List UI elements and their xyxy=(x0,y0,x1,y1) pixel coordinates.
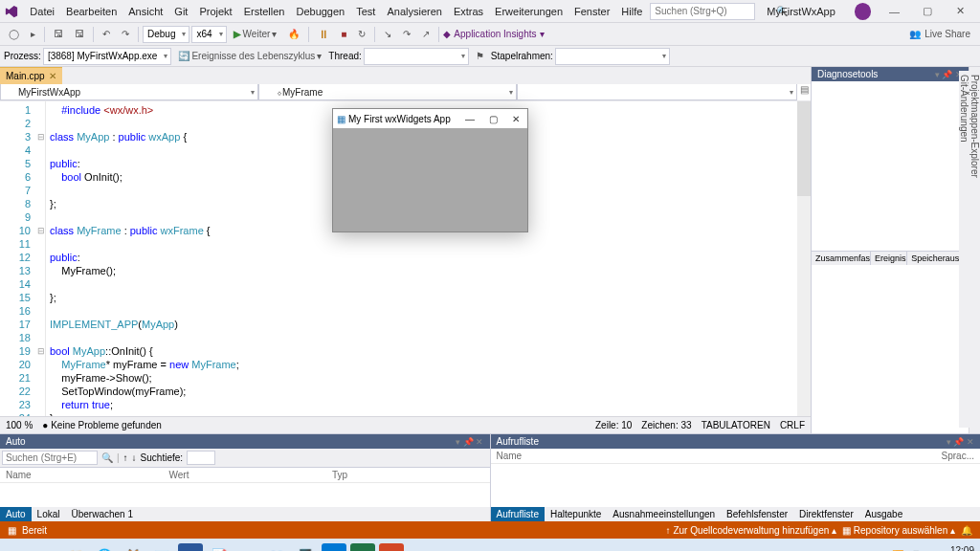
issues-status[interactable]: ● Keine Probleme gefunden xyxy=(42,420,161,430)
file-tab[interactable]: Main.cpp ✕ xyxy=(0,67,62,84)
mail-icon[interactable]: ✉️ xyxy=(149,543,174,552)
notes-icon[interactable]: 📝 xyxy=(207,543,232,552)
lifecycle-events[interactable]: 🔄 Ereignisse des Lebenszyklus ▾ xyxy=(173,49,326,63)
diagnostics-header[interactable]: Diagnosetools▾ 📌 ✕ xyxy=(812,67,969,81)
step-over-icon[interactable]: ↷ xyxy=(398,27,415,41)
window-minimize[interactable]: — xyxy=(879,1,910,22)
menu-fenster[interactable]: Fenster xyxy=(568,4,615,19)
indent-mode[interactable]: TABULATOREN xyxy=(702,420,770,430)
autos-tab[interactable]: Lokal xyxy=(32,507,66,521)
autos-tab[interactable]: Überwachen 1 xyxy=(65,507,138,521)
bottom-tab[interactable]: Ausnahmeeinstellungen xyxy=(607,507,721,521)
bottom-tab[interactable]: Haltepunkte xyxy=(545,507,607,521)
bottom-tab[interactable]: Befehlsfenster xyxy=(721,507,793,521)
powerpoint-icon[interactable]: P xyxy=(379,543,404,552)
todo-icon[interactable]: ✓ xyxy=(235,543,260,552)
word-icon[interactable]: W xyxy=(178,543,203,552)
menu-analysieren[interactable]: Analysieren xyxy=(381,4,447,19)
nav-down-icon[interactable]: ↓ xyxy=(132,452,137,463)
menu-projekt[interactable]: Projekt xyxy=(193,4,237,19)
scope-member[interactable] xyxy=(517,84,797,100)
continue-button[interactable]: ▶ Weiter ▾ xyxy=(229,27,282,41)
outlook-icon[interactable]: O xyxy=(322,543,346,552)
close-icon[interactable]: ✕ xyxy=(49,71,56,81)
bottom-tab[interactable]: Ausgabe xyxy=(859,507,908,521)
bottom-tab[interactable]: Aufrufliste xyxy=(491,507,545,521)
app-titlebar[interactable]: ▦ My First wxWidgets App — ▢ ✕ xyxy=(333,109,527,128)
teams-icon[interactable]: 👥 xyxy=(264,543,289,552)
split-icon[interactable]: ▤ xyxy=(797,84,811,100)
edge-icon[interactable]: 🌐 xyxy=(92,543,117,552)
app-close[interactable]: ✕ xyxy=(504,114,527,124)
diag-tab[interactable]: Zusammenfassung xyxy=(812,252,871,265)
stackframe-combo[interactable] xyxy=(555,48,670,65)
explorer-icon[interactable]: 📁 xyxy=(63,543,88,552)
menu-test[interactable]: Test xyxy=(350,4,381,19)
menu-bearbeiten[interactable]: Bearbeiten xyxy=(60,4,122,19)
app-minimize[interactable]: — xyxy=(458,114,481,124)
scope-class[interactable]: ⬨ MyFrame xyxy=(258,84,517,100)
menu-extras[interactable]: Extras xyxy=(448,4,489,19)
menu-git[interactable]: Git xyxy=(168,4,193,19)
account-avatar[interactable] xyxy=(855,3,871,20)
nav-back-icon[interactable]: ◯ xyxy=(4,27,24,41)
running-app-icon[interactable]: ▭ xyxy=(436,543,461,552)
config-combo[interactable]: Debug xyxy=(143,26,189,43)
remote-icon[interactable]: 🖥️ xyxy=(293,543,318,552)
eol-mode[interactable]: CRLF xyxy=(780,420,805,430)
step-out-icon[interactable]: ↗ xyxy=(417,27,434,41)
solution-explorer-tab[interactable]: Projektmappen-Explorer xyxy=(969,71,980,428)
step-into-icon[interactable]: ↘ xyxy=(379,27,396,41)
zoom-level[interactable]: 100 % xyxy=(6,420,33,430)
running-app-window[interactable]: ▦ My First wxWidgets App — ▢ ✕ xyxy=(332,108,528,232)
window-close[interactable]: ✕ xyxy=(945,1,976,22)
depth-input[interactable] xyxy=(187,451,215,465)
nav-fwd-icon[interactable]: ▸ xyxy=(26,27,40,41)
app-maximize[interactable]: ▢ xyxy=(481,114,504,124)
select-repo[interactable]: ▦ Repository auswählen ▴ xyxy=(842,525,955,536)
save-all-icon[interactable]: 🖫 xyxy=(70,27,89,41)
undo-icon[interactable]: ↶ xyxy=(98,27,115,41)
platform-combo[interactable]: x64 xyxy=(191,26,226,43)
save-icon[interactable]: 🖫 xyxy=(49,27,68,41)
diag-tab[interactable]: Ereignisse xyxy=(871,252,907,265)
add-source-control[interactable]: ↑ Zur Quellcodeverwaltung hinzufügen ▴ xyxy=(666,525,836,536)
window-maximize[interactable]: ▢ xyxy=(912,1,944,22)
menu-hilfe[interactable]: Hilfe xyxy=(615,4,648,19)
restart-icon[interactable]: ↻ xyxy=(353,27,370,41)
ready-label: Bereit xyxy=(22,525,47,536)
pause-icon[interactable]: ⏸ xyxy=(313,26,334,43)
scope-project[interactable]: MyFirstWxApp xyxy=(0,84,258,100)
redo-icon[interactable]: ↷ xyxy=(117,27,134,41)
process-combo[interactable]: [3868] MyFirstWxApp.exe xyxy=(43,48,171,65)
callstack-header[interactable]: Aufrufliste▾ 📌 ✕ xyxy=(491,434,981,449)
flag-icon[interactable]: ⚑ xyxy=(471,49,489,63)
bottom-tab[interactable]: Direktfenster xyxy=(793,507,859,521)
git-changes-tab[interactable]: Git-Änderungen xyxy=(959,71,969,428)
vs-icon[interactable]: ◆ xyxy=(408,543,433,552)
menu-ansicht[interactable]: Ansicht xyxy=(122,4,168,19)
nav-up-icon[interactable]: ↑ xyxy=(123,452,128,463)
system-tray[interactable]: ＾ 📶 🔊 12:09 11.10.2022 xyxy=(877,545,974,552)
task-view-icon[interactable]: ▣ xyxy=(34,543,59,552)
notifications-icon[interactable]: 🔔 xyxy=(961,525,972,536)
fold-gutter[interactable]: ⊟⊟⊟⊟ xyxy=(36,101,46,416)
autos-search-input[interactable] xyxy=(2,451,98,465)
start-icon[interactable]: ⊞ xyxy=(6,543,31,552)
global-search[interactable]: 🔍 xyxy=(650,3,755,20)
menu-datei[interactable]: Datei xyxy=(24,4,60,19)
hot-reload-icon[interactable]: 🔥 xyxy=(283,27,304,41)
autos-tab[interactable]: Auto xyxy=(0,507,32,521)
excel-icon[interactable]: X xyxy=(350,543,375,552)
menu-erweiterungen[interactable]: Erweiterungen xyxy=(489,4,568,19)
stop-icon[interactable]: ■ xyxy=(336,27,351,41)
thread-combo[interactable] xyxy=(364,48,469,65)
scrollbar[interactable] xyxy=(797,101,811,416)
menu-debuggen[interactable]: Debuggen xyxy=(290,4,350,19)
search-icon[interactable]: 🔍 xyxy=(101,452,113,463)
firefox-icon[interactable]: 🦊 xyxy=(121,543,145,552)
menu-erstellen[interactable]: Erstellen xyxy=(238,4,291,19)
app-insights[interactable]: ◆ Application Insights ▾ xyxy=(443,29,544,39)
autos-header[interactable]: Auto▾ 📌 ✕ xyxy=(0,434,490,449)
live-share[interactable]: 👥 Live Share xyxy=(903,29,976,39)
